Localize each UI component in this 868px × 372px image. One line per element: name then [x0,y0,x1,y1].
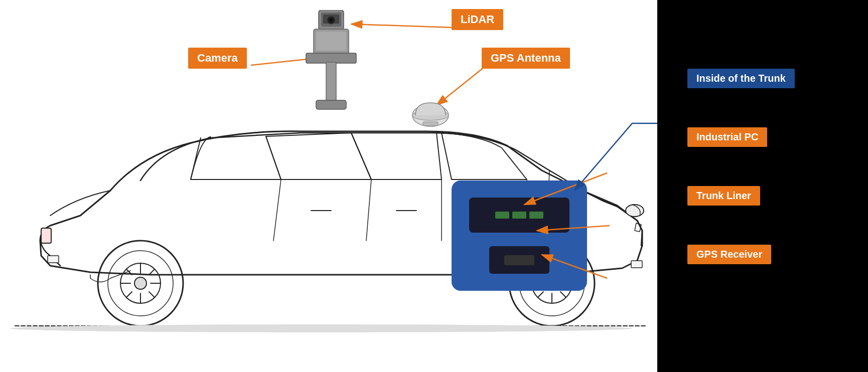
inside-trunk-label: Inside of the Trunk [687,69,795,88]
gps-receiver-label: GPS Receiver [687,245,771,264]
svg-rect-35 [326,62,336,102]
camera-label: Camera [188,48,247,69]
svg-point-0 [626,205,644,217]
gps-antenna-illustration [410,98,451,130]
trunk-liner-label-item: Trunk Liner [687,186,868,226]
pc-vent-2 [512,212,526,219]
svg-point-38 [329,18,333,22]
svg-rect-36 [316,100,346,109]
pc-vent-3 [529,212,543,219]
lidar-label: LiDAR [452,9,503,30]
trunk-interior [452,180,587,291]
inside-trunk-label-item: Inside of the Trunk [687,69,868,108]
svg-rect-33 [316,32,346,51]
lidar-text: LiDAR [461,13,494,26]
svg-rect-41 [423,122,438,126]
industrial-pc-label: Industrial PC [687,127,767,147]
pc-vents [495,212,543,219]
gps-receiver-text: GPS Receiver [696,249,762,260]
camera-text: Camera [197,52,238,64]
svg-rect-2 [631,261,642,268]
main-container: LiDAR Camera GPS Antenna [0,0,868,372]
svg-line-27 [149,269,155,275]
gps-antenna-label: GPS Antenna [482,48,570,69]
lidar-illustration [301,10,361,112]
right-panel-labels: Inside of the Trunk Industrial PC Trunk … [687,69,868,303]
svg-rect-1 [41,228,51,243]
svg-point-28 [10,324,632,332]
industrial-pc-illustration [469,198,569,233]
pc-vent-1 [495,212,509,219]
svg-point-19 [134,277,147,289]
industrial-pc-text: Industrial PC [696,131,758,142]
diagram-area: LiDAR Camera GPS Antenna [0,0,657,372]
right-panel: Inside of the Trunk Industrial PC Trunk … [657,0,868,372]
gps-antenna-text: GPS Antenna [491,52,561,64]
trunk-liner-label: Trunk Liner [687,186,760,206]
industrial-pc-label-item: Industrial PC [687,127,868,167]
svg-line-14 [538,292,543,297]
svg-rect-34 [306,53,356,63]
gps-receiver-label-item: GPS Receiver [687,245,868,284]
inside-trunk-text: Inside of the Trunk [696,73,786,84]
gps-receiver-illustration [489,246,549,274]
svg-rect-3 [48,256,59,263]
svg-line-13 [560,292,566,297]
svg-line-26 [126,292,132,297]
gps-receiver-inner [504,255,534,265]
trunk-liner-text: Trunk Liner [696,190,751,201]
svg-line-25 [149,292,155,297]
